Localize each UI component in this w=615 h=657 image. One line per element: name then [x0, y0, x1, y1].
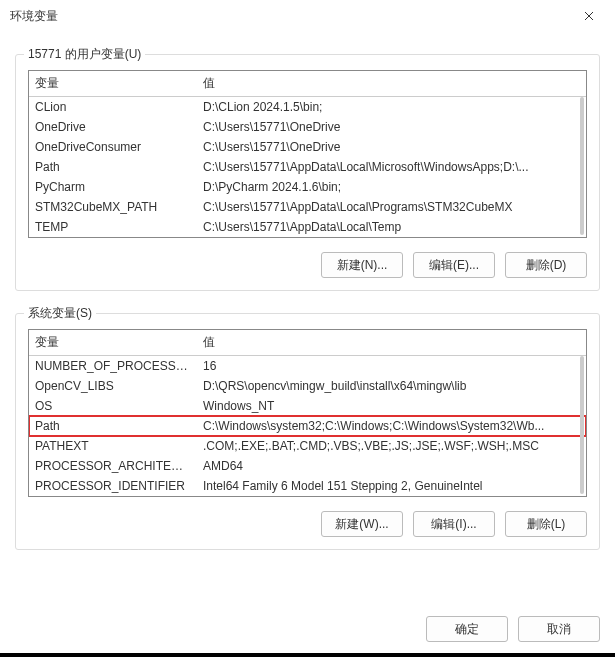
- var-name-cell: OS: [29, 396, 197, 416]
- cancel-button[interactable]: 取消: [518, 616, 600, 642]
- system-header-value[interactable]: 值: [197, 330, 586, 356]
- table-row[interactable]: CLionD:\CLion 2024.1.5\bin;: [29, 97, 586, 118]
- var-name-cell: NUMBER_OF_PROCESSORS: [29, 356, 197, 377]
- var-value-cell: C:\Users\15771\OneDrive: [197, 137, 586, 157]
- var-name-cell: PROCESSOR_ARCHITECT...: [29, 456, 197, 476]
- var-name-cell: Path: [29, 157, 197, 177]
- var-value-cell: D:\QRS\opencv\mingw_build\install\x64\mi…: [197, 376, 586, 396]
- user-variables-table[interactable]: 变量 值 CLionD:\CLion 2024.1.5\bin;OneDrive…: [28, 70, 587, 238]
- system-new-button[interactable]: 新建(W)...: [321, 511, 403, 537]
- var-value-cell: Windows_NT: [197, 396, 586, 416]
- var-value-cell: C:\Users\15771\AppData\Local\Microsoft\W…: [197, 157, 586, 177]
- var-value-cell: Intel64 Family 6 Model 151 Stepping 2, G…: [197, 476, 586, 496]
- user-new-button[interactable]: 新建(N)...: [321, 252, 403, 278]
- var-name-cell: STM32CubeMX_PATH: [29, 197, 197, 217]
- system-variables-table[interactable]: 变量 值 NUMBER_OF_PROCESSORS16OpenCV_LIBSD:…: [28, 329, 587, 497]
- var-value-cell: C:\Users\15771\AppData\Local\Programs\ST…: [197, 197, 586, 217]
- var-name-cell: Path: [29, 416, 197, 436]
- var-name-cell: TEMP: [29, 217, 197, 237]
- user-edit-button[interactable]: 编辑(E)...: [413, 252, 495, 278]
- table-row[interactable]: NUMBER_OF_PROCESSORS16: [29, 356, 586, 377]
- user-scrollbar[interactable]: [580, 97, 584, 235]
- table-row[interactable]: OpenCV_LIBSD:\QRS\opencv\mingw_build\ins…: [29, 376, 586, 396]
- var-name-cell: OneDriveConsumer: [29, 137, 197, 157]
- var-name-cell: PROCESSOR_IDENTIFIER: [29, 476, 197, 496]
- system-delete-button[interactable]: 删除(L): [505, 511, 587, 537]
- table-row[interactable]: PROCESSOR_IDENTIFIERIntel64 Family 6 Mod…: [29, 476, 586, 496]
- var-value-cell: C:\Users\15771\AppData\Local\Temp: [197, 217, 586, 237]
- table-row[interactable]: PathC:\Windows\system32;C:\Windows;C:\Wi…: [29, 416, 586, 436]
- var-value-cell: D:\CLion 2024.1.5\bin;: [197, 97, 586, 118]
- table-row[interactable]: OneDriveC:\Users\15771\OneDrive: [29, 117, 586, 137]
- var-value-cell: C:\Windows\system32;C:\Windows;C:\Window…: [197, 416, 586, 436]
- var-name-cell: OneDrive: [29, 117, 197, 137]
- window-title: 环境变量: [10, 8, 58, 25]
- system-header-name[interactable]: 变量: [29, 330, 197, 356]
- table-row[interactable]: STM32CubeMX_PATHC:\Users\15771\AppData\L…: [29, 197, 586, 217]
- user-delete-button[interactable]: 删除(D): [505, 252, 587, 278]
- var-value-cell: C:\Users\15771\OneDrive: [197, 117, 586, 137]
- table-row[interactable]: PathC:\Users\15771\AppData\Local\Microso…: [29, 157, 586, 177]
- system-edit-button[interactable]: 编辑(I)...: [413, 511, 495, 537]
- var-value-cell: D:\PyCharm 2024.1.6\bin;: [197, 177, 586, 197]
- table-row[interactable]: OneDriveConsumerC:\Users\15771\OneDrive: [29, 137, 586, 157]
- var-name-cell: PyCharm: [29, 177, 197, 197]
- user-group-label: 15771 的用户变量(U): [24, 46, 145, 63]
- titlebar: 环境变量: [0, 0, 615, 32]
- user-header-value[interactable]: 值: [197, 71, 586, 97]
- system-group-label: 系统变量(S): [24, 305, 96, 322]
- bottom-edge: [0, 653, 615, 657]
- close-button[interactable]: [573, 0, 605, 32]
- table-row[interactable]: PATHEXT.COM;.EXE;.BAT;.CMD;.VBS;.VBE;.JS…: [29, 436, 586, 456]
- ok-button[interactable]: 确定: [426, 616, 508, 642]
- var-value-cell: .COM;.EXE;.BAT;.CMD;.VBS;.VBE;.JS;.JSE;.…: [197, 436, 586, 456]
- system-variables-group: 系统变量(S) 变量 值 NUMBER_OF_PROCESSORS16OpenC…: [15, 313, 600, 550]
- user-variables-group: 15771 的用户变量(U) 变量 值 CLionD:\CLion 2024.1…: [15, 54, 600, 291]
- table-row[interactable]: PROCESSOR_ARCHITECT...AMD64: [29, 456, 586, 476]
- var-value-cell: 16: [197, 356, 586, 377]
- table-row[interactable]: OSWindows_NT: [29, 396, 586, 416]
- system-scrollbar[interactable]: [580, 356, 584, 494]
- table-row[interactable]: TEMPC:\Users\15771\AppData\Local\Temp: [29, 217, 586, 237]
- var-name-cell: OpenCV_LIBS: [29, 376, 197, 396]
- table-row[interactable]: PyCharmD:\PyCharm 2024.1.6\bin;: [29, 177, 586, 197]
- var-value-cell: AMD64: [197, 456, 586, 476]
- user-header-name[interactable]: 变量: [29, 71, 197, 97]
- var-name-cell: PATHEXT: [29, 436, 197, 456]
- close-icon: [584, 11, 594, 21]
- var-name-cell: CLion: [29, 97, 197, 118]
